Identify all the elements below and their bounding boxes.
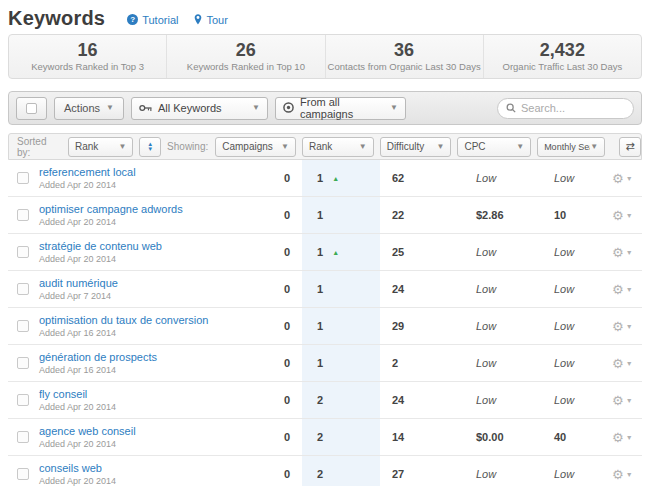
rank-value: 1 [317, 246, 323, 258]
campaign-filter-value: From all campaigns [300, 96, 384, 120]
column-select-monthly-searches[interactable]: Monthly Searches ▼ [537, 137, 605, 157]
select-all-checkbox[interactable] [26, 103, 37, 114]
chevron-down-icon: ▼ [626, 360, 633, 367]
row-actions-button[interactable]: ⚙ ▼ [612, 357, 642, 370]
campaigns-value: 0 [215, 283, 302, 295]
tutorial-label: Tutorial [142, 14, 178, 26]
row-actions-button[interactable]: ⚙ ▼ [612, 394, 642, 407]
toolbar: Actions ▼ All Keywords ▼ From all campai… [8, 91, 642, 125]
actions-button[interactable]: Actions ▼ [54, 97, 124, 120]
chevron-down-icon: ▼ [626, 323, 633, 330]
swap-arrows-icon: ⇄ [625, 140, 634, 153]
cpc-value: Low [458, 246, 538, 258]
table-row: referencement local Added Apr 20 2014 0 … [8, 160, 642, 197]
map-pin-icon [194, 14, 202, 25]
cpc-value: $0.00 [458, 431, 538, 443]
row-checkbox[interactable] [17, 431, 29, 443]
row-checkbox[interactable] [17, 172, 29, 184]
cpc-value: $2.86 [458, 209, 538, 221]
monthly-searches-value: Low [538, 468, 612, 480]
cpc-value: Low [458, 172, 538, 184]
row-checkbox[interactable] [17, 209, 29, 221]
rank-cell: 1 ▲ [302, 197, 380, 233]
rank-value: 2 [317, 468, 323, 480]
keyword-added-date: Added Apr 7 2014 [39, 291, 118, 301]
column-select-rank[interactable]: Rank ▼ [302, 137, 374, 157]
sort-direction-button[interactable]: ▲ ▼ [139, 137, 161, 157]
campaign-filter-select[interactable]: From all campaigns ▼ [275, 97, 406, 120]
monthly-searches-value: Low [538, 320, 612, 332]
row-checkbox[interactable] [17, 468, 29, 480]
column-select-difficulty[interactable]: Difficulty ▼ [380, 137, 452, 157]
row-checkbox[interactable] [17, 283, 29, 295]
keyword-added-date: Added Apr 20 2014 [39, 476, 116, 486]
keyword-link[interactable]: referencement local [39, 166, 136, 178]
stat-value: 16 [9, 40, 166, 60]
rank-value: 1 [317, 320, 323, 332]
row-checkbox[interactable] [17, 246, 29, 258]
stat-traffic: 2,432 Organic Traffic Last 30 Days [483, 35, 641, 78]
sort-by-value: Rank [75, 141, 98, 152]
chevron-down-icon: ▼ [516, 143, 524, 151]
column-select-campaigns[interactable]: Campaigns ▼ [215, 137, 296, 157]
row-actions-button[interactable]: ⚙ ▼ [612, 320, 642, 333]
keyword-link[interactable]: optimisation du taux de conversion [39, 314, 208, 326]
stat-label: Contacts from Organic Last 30 Days [326, 61, 483, 72]
select-all-checkbox-button[interactable] [16, 97, 47, 120]
search-icon [506, 99, 516, 117]
rank-cell: 1 ▲ [302, 345, 380, 381]
rank-up-icon: ▲ [332, 249, 339, 256]
campaigns-value: 0 [215, 431, 302, 443]
row-actions-button[interactable]: ⚙ ▼ [612, 172, 642, 185]
row-actions-button[interactable]: ⚙ ▼ [612, 468, 642, 481]
difficulty-value: 62 [380, 172, 458, 184]
keyword-added-date: Added Apr 20 2014 [39, 254, 162, 264]
difficulty-value: 29 [380, 320, 458, 332]
gear-icon: ⚙ [612, 431, 624, 444]
keyword-added-date: Added Apr 20 2014 [39, 439, 136, 449]
chevron-down-icon: ▼ [436, 143, 444, 151]
row-actions-button[interactable]: ⚙ ▼ [612, 283, 642, 296]
chevron-down-icon: ▼ [390, 104, 398, 112]
stat-label: Keywords Ranked in Top 10 [167, 61, 324, 72]
row-checkbox[interactable] [17, 357, 29, 369]
monthly-searches-value: Low [538, 283, 612, 295]
difficulty-value: 25 [380, 246, 458, 258]
keywords-filter-select[interactable]: All Keywords ▼ [131, 97, 268, 120]
campaigns-value: 0 [215, 320, 302, 332]
row-checkbox[interactable] [17, 320, 29, 332]
stat-value: 36 [326, 40, 483, 60]
row-checkbox[interactable] [17, 394, 29, 406]
tutorial-link[interactable]: ? Tutorial [127, 14, 178, 26]
chevron-down-icon: ▼ [118, 143, 126, 151]
chevron-down-icon: ▼ [626, 286, 633, 293]
keyword-link[interactable]: génération de prospects [39, 351, 157, 363]
campaigns-value: 0 [215, 172, 302, 184]
rank-cell: 1 ▲ [302, 271, 380, 307]
keyword-link[interactable]: stratégie de contenu web [39, 240, 162, 252]
keyword-link[interactable]: fly conseil [39, 388, 116, 400]
keyword-link[interactable]: conseils web [39, 462, 116, 474]
monthly-searches-value: Low [538, 246, 612, 258]
tour-link[interactable]: Tour [194, 14, 227, 26]
campaigns-value: 0 [215, 246, 302, 258]
monthly-searches-value: Low [538, 394, 612, 406]
rank-value: 1 [317, 172, 323, 184]
column-settings-button[interactable]: ⇄ [619, 137, 641, 157]
difficulty-value: 27 [380, 468, 458, 480]
rank-value: 1 [317, 209, 323, 221]
chevron-down-icon: ▼ [626, 471, 633, 478]
search-input[interactable] [521, 102, 625, 114]
sort-by-select[interactable]: Rank ▼ [68, 137, 133, 157]
keyword-link[interactable]: agence web conseil [39, 425, 136, 437]
campaigns-value: 0 [215, 209, 302, 221]
row-actions-button[interactable]: ⚙ ▼ [612, 209, 642, 222]
cpc-value: Low [458, 283, 538, 295]
rank-cell: 1 ▲ [302, 234, 380, 270]
search-box[interactable] [497, 98, 634, 119]
row-actions-button[interactable]: ⚙ ▼ [612, 246, 642, 259]
keyword-link[interactable]: optimiser campagne adwords [39, 203, 183, 215]
keyword-link[interactable]: audit numérique [39, 277, 118, 289]
column-select-cpc[interactable]: CPC ▼ [457, 137, 531, 157]
row-actions-button[interactable]: ⚙ ▼ [612, 431, 642, 444]
